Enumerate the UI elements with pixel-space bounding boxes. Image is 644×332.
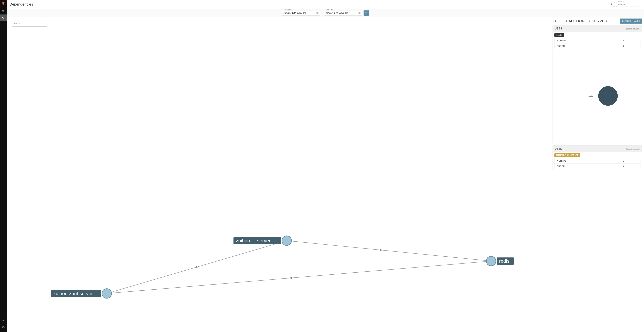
dependency-graph[interactable]: Select... zuihou-zuul-serverzuihou-...-s… xyxy=(7,17,551,332)
end-time-label: End Time xyxy=(325,9,334,11)
uses-subtitle: (traced requests) xyxy=(626,28,640,30)
search-icon xyxy=(365,12,368,14)
trace-id-input[interactable] xyxy=(616,2,641,7)
uses-pie-chart: redis xyxy=(553,51,642,143)
graph-node-label: zuihou-zuul-server xyxy=(53,291,93,296)
svg-point-5 xyxy=(290,277,292,279)
uses-section: USES (traced requests) REDISNORMAL4ERROR… xyxy=(552,25,642,143)
upload-icon xyxy=(610,3,613,6)
svg-point-3 xyxy=(196,266,198,268)
used-section: USED (traced requests) ZUIHOU-ZUUL-SERVE… xyxy=(552,145,642,171)
service-badge[interactable]: ZUIHOU-ZUUL-SERVER xyxy=(554,153,580,157)
svg-line-4 xyxy=(107,261,491,294)
svg-rect-1 xyxy=(4,18,4,19)
used-title: USED xyxy=(555,147,562,150)
run-query-button[interactable] xyxy=(364,10,369,16)
graph-node[interactable] xyxy=(486,256,496,266)
stat-value: 1 xyxy=(606,158,640,164)
svg-line-6 xyxy=(287,241,491,261)
table-row: ERROR0 xyxy=(554,164,640,169)
table-row: ERROR0 xyxy=(554,43,640,49)
stat-value: 0 xyxy=(606,43,640,49)
svg-rect-0 xyxy=(2,17,3,18)
stat-label: NORMAL xyxy=(554,158,606,164)
nav-github[interactable] xyxy=(0,324,7,331)
stat-label: ERROR xyxy=(554,164,606,169)
page-title: Dependencies xyxy=(10,2,33,7)
stat-label: NORMAL xyxy=(554,38,606,43)
nav-dependencies[interactable] xyxy=(0,15,7,21)
detail-service-title: ZUIHOU-AUTHORITY-SERVER xyxy=(552,19,607,23)
topbar: Dependencies Trace ID xyxy=(7,0,644,9)
zipkin-logo xyxy=(1,1,6,6)
date-separator: - xyxy=(322,12,322,14)
table-row: NORMAL4 xyxy=(554,38,640,43)
used-subtitle: (traced requests) xyxy=(626,148,640,150)
uses-title: USES xyxy=(555,27,562,30)
stat-table: NORMAL4ERROR0 xyxy=(554,38,640,49)
pie-slice-label: redis xyxy=(588,95,593,97)
trace-id-label: Trace ID xyxy=(618,1,625,3)
start-time-label: Start Time xyxy=(283,9,292,11)
start-time-input[interactable] xyxy=(282,10,320,16)
graph-node[interactable] xyxy=(282,236,292,245)
detail-panel: ZUIHOU-AUTHORITY-SERVER SEARCH TRACES US… xyxy=(551,17,644,332)
stat-label: ERROR xyxy=(554,43,606,49)
search-traces-button[interactable]: SEARCH TRACES xyxy=(620,19,642,24)
graph-node-label: redis xyxy=(499,258,510,264)
stat-value: 4 xyxy=(606,38,640,43)
filter-bar: Start Time - End Time xyxy=(7,9,644,17)
svg-point-7 xyxy=(380,249,382,251)
end-time-input[interactable] xyxy=(324,10,362,16)
table-row: NORMAL1 xyxy=(554,158,640,164)
stat-table: NORMAL1ERROR0 xyxy=(554,158,640,169)
sidebar xyxy=(0,0,7,332)
service-badge[interactable]: REDIS xyxy=(554,33,564,37)
graph-node[interactable] xyxy=(102,289,112,298)
stat-value: 0 xyxy=(606,164,640,169)
nav-search[interactable] xyxy=(0,8,7,15)
graph-node-label: zuihou-...-server xyxy=(236,238,271,243)
upload-trace-button[interactable] xyxy=(609,2,615,7)
nav-home[interactable] xyxy=(0,317,7,324)
